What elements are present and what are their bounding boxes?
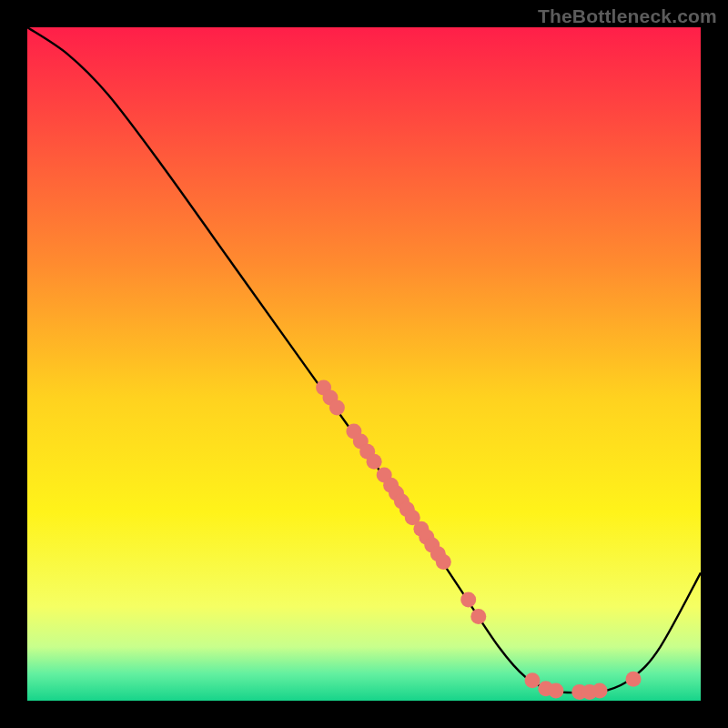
watermark-label: TheBottleneck.com [538,5,717,27]
data-point [592,682,608,698]
chart-frame: TheBottleneck.com [0,0,728,728]
data-point [367,454,382,470]
data-point [470,609,486,624]
data-point [548,682,563,698]
chart-svg [27,27,701,701]
data-point [525,672,541,688]
data-point [626,672,642,687]
data-point [329,400,345,416]
data-point [436,554,451,570]
data-point [460,592,476,608]
plot-area [27,27,701,701]
gradient-background [27,27,701,701]
